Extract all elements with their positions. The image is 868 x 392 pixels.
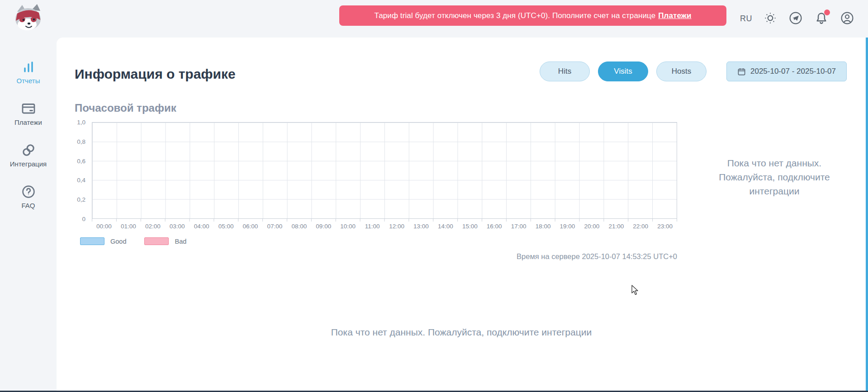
y-axis-label: 0,6 [77, 157, 85, 164]
x-axis-label: 01:00 [116, 223, 141, 230]
sidebar-item-faq[interactable]: FAQ [0, 184, 57, 209]
theme-toggle-button[interactable] [764, 11, 777, 26]
x-axis-ticks [92, 219, 677, 222]
tab-visits[interactable]: Visits [598, 61, 648, 81]
legend-item-bad: Bad [144, 237, 186, 245]
x-axis-label: 11:00 [360, 223, 384, 230]
alert-text: Тариф trial будет отключен через 3 дня (… [375, 11, 656, 20]
calendar-icon [737, 67, 746, 76]
y-axis-label: 0 [82, 216, 85, 222]
x-axis: 00:0001:0002:0003:0004:0005:0006:0007:00… [92, 223, 677, 230]
sun-icon [764, 11, 777, 26]
server-time: Время на сервере 2025-10-07 14:53:25 UTC… [517, 252, 677, 261]
x-axis-label: 04:00 [190, 223, 214, 230]
y-axis-label: 0,2 [77, 196, 85, 203]
raccoon-logo[interactable] [11, 3, 47, 33]
x-axis-label: 17:00 [507, 223, 531, 230]
main-content: Информация о трафике HitsVisitsHosts 202… [57, 38, 866, 391]
legend-label: Bad [175, 238, 186, 245]
x-axis-label: 18:00 [531, 223, 555, 230]
topbar: Тариф trial будет отключен через 3 дня (… [0, 0, 868, 38]
sidebar-item-label: Отчеты [17, 77, 40, 85]
sidebar-item-payments[interactable]: Платежи [0, 101, 57, 126]
chart-plot-area [92, 122, 677, 219]
chart-legend: GoodBad [80, 237, 186, 245]
y-axis-label: 0,8 [77, 138, 85, 145]
sidebar-nav: ОтчетыПлатежиИнтеграцияFAQ [0, 38, 57, 209]
x-axis-label: 10:00 [336, 223, 360, 230]
legend-item-good: Good [80, 237, 126, 245]
chart-empty-message: Пока что нет данных. Пожалуйста, подключ… [709, 156, 840, 198]
y-axis-label: 1,0 [77, 119, 85, 126]
page-empty-message: Пока что нет данных. Пожалуйста, подключ… [57, 327, 866, 338]
x-axis-label: 07:00 [262, 223, 287, 230]
x-axis-label: 21:00 [604, 223, 628, 230]
telegram-button[interactable] [788, 11, 803, 27]
sidebar-item-label: FAQ [21, 202, 35, 209]
x-axis-label: 20:00 [579, 223, 604, 230]
trial-alert-banner: Тариф trial будет отключен через 3 дня (… [339, 5, 726, 26]
telegram-icon [788, 11, 803, 27]
alert-payments-link[interactable]: Платежи [658, 11, 691, 20]
sidebar-item-reports[interactable]: Отчеты [0, 59, 57, 85]
x-axis-label: 09:00 [311, 223, 336, 230]
x-axis-label: 13:00 [409, 223, 433, 230]
x-axis-label: 03:00 [165, 223, 190, 230]
sidebar-item-integration[interactable]: Интеграция [0, 142, 57, 168]
page-title: Информация о трафике [75, 66, 236, 82]
vertical-scrollbar[interactable] [866, 38, 868, 391]
date-range-label: 2025-10-07 - 2025-10-07 [750, 67, 836, 76]
x-axis-label: 06:00 [238, 223, 263, 230]
account-icon [840, 11, 854, 27]
language-button[interactable]: RU [740, 14, 752, 24]
sidebar-item-label: Интеграция [10, 160, 47, 168]
notification-dot [824, 9, 830, 15]
credit-card-icon [21, 101, 36, 116]
x-axis-label: 16:00 [482, 223, 507, 230]
y-axis: 1,00,80,60,40,20 [57, 122, 88, 219]
account-button[interactable] [840, 11, 854, 27]
tab-hosts[interactable]: Hosts [656, 61, 707, 81]
chart-title: Почасовой трафик [75, 102, 176, 114]
legend-swatch [80, 237, 104, 245]
sidebar-item-label: Платежи [14, 118, 42, 126]
question-icon [21, 184, 36, 199]
x-axis-label: 15:00 [458, 223, 482, 230]
tab-hits[interactable]: Hits [540, 61, 590, 81]
x-axis-label: 02:00 [141, 223, 165, 230]
x-axis-label: 23:00 [653, 223, 677, 230]
y-axis-label: 0,4 [77, 177, 85, 184]
x-axis-label: 08:00 [287, 223, 311, 230]
notifications-button[interactable] [814, 11, 829, 27]
date-range-button[interactable]: 2025-10-07 - 2025-10-07 [726, 61, 847, 81]
bar-chart-icon [22, 59, 35, 75]
metric-tabs: HitsVisitsHosts [540, 61, 707, 81]
x-axis-label: 05:00 [214, 223, 238, 230]
x-axis-label: 19:00 [555, 223, 580, 230]
x-axis-label: 22:00 [628, 223, 653, 230]
legend-label: Good [110, 238, 126, 245]
x-axis-label: 14:00 [433, 223, 458, 230]
link-icon [21, 142, 36, 158]
x-axis-label: 12:00 [384, 223, 409, 230]
legend-swatch [144, 237, 169, 245]
x-axis-label: 00:00 [92, 223, 116, 230]
topbar-actions: RU [740, 0, 854, 38]
